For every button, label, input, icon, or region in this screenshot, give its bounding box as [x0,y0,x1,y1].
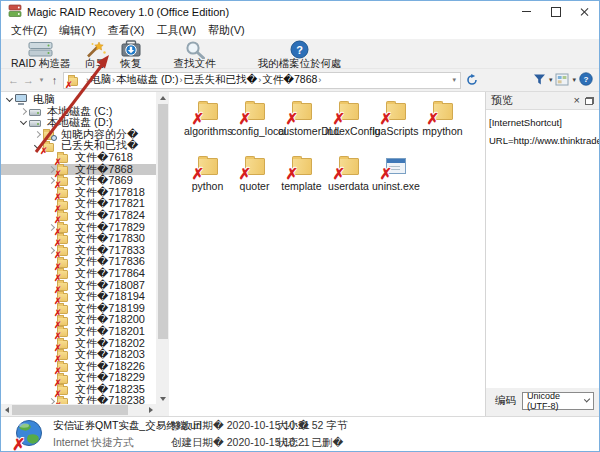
back-button[interactable]: ← [7,75,20,86]
file-item[interactable]: ✗quoter [231,154,278,209]
file-item[interactable]: ✗uninst.exe [372,154,419,209]
folder-x-icon: ✗ [57,233,70,244]
back-arrow-icon: ← [8,74,19,86]
refresh-button[interactable] [463,74,480,86]
view-mode-button[interactable] [555,73,569,88]
red-x-icon: ✗ [286,112,299,125]
tree-item[interactable]: ✗文件�717864 [1,268,156,280]
breadcrumb-item[interactable]: 文件�7868 [262,73,317,87]
tree-item[interactable]: 电脑 [1,94,156,106]
recover-button[interactable]: 恢复 [114,39,149,68]
wizard-wand-icon [85,40,107,58]
menu-item[interactable]: 编辑(Y) [53,23,102,38]
file-item[interactable]: ✗luaScripts [372,99,419,154]
filter-button[interactable] [533,73,546,88]
close-button[interactable] [570,1,599,22]
file-item[interactable]: ✗customerDLL [278,99,325,154]
title-bar: Magic RAID Recovery 1.0 (Office Edition) [1,1,599,22]
folder-x-icon: ✗ [57,349,70,360]
maximize-icon [551,7,561,17]
file-item[interactable]: ✗mpython [419,99,466,154]
tree-item-label: 文件�7869 [72,175,136,187]
vertical-scroll-thumb[interactable] [158,104,168,339]
forward-button[interactable]: → [22,75,35,86]
file-item[interactable]: ✗config_local [231,99,278,154]
tree-item[interactable]: ✗文件�7869 [1,175,156,187]
tree-item-label: 文件�718201 [72,326,148,338]
minimize-button[interactable] [512,1,541,22]
preview-text-line: [InternetShortcut] [489,114,596,132]
breadcrumb-separator-icon: › [317,75,322,85]
preview-close-button[interactable]: × [574,95,580,106]
deleted-exe-icon: ✗ [383,154,409,176]
red-x-icon: ✗ [333,112,346,125]
filter-dropdown-button[interactable]: ▾ [549,76,553,84]
filter-funnel-icon [533,73,546,86]
status-modified: 修改日期�2020-10-15 10:21 [171,419,277,433]
file-item[interactable]: ✗algorithms [184,99,231,154]
chevron-right-icon[interactable] [18,109,29,114]
maximize-button[interactable] [541,1,570,22]
scroll-left-button[interactable] [1,404,12,416]
tree-vertical-scrollbar[interactable] [156,92,169,404]
find-files-button[interactable]: 查找文件 [167,39,223,68]
encoding-select[interactable]: Unicode (UTF-8) [522,392,594,410]
up-button[interactable]: ↑ [48,75,61,86]
wizard-button[interactable]: 向导 [78,39,114,68]
file-item[interactable]: ✗python [184,154,231,209]
file-item[interactable]: ✗indexConfig [325,99,372,154]
file-item[interactable]: ✗template [278,154,325,209]
tree-item[interactable]: ✗文件�7618 [1,152,156,164]
breadcrumb-item[interactable]: 电脑 [90,73,111,87]
tree-item[interactable]: ✗文件�718203 [1,349,156,361]
tree-item[interactable]: ✗文件�718201 [1,326,156,338]
window-controls [512,1,599,22]
tree-item-label: 文件�717864 [72,268,148,280]
triangle-up-icon [160,96,166,100]
file-item[interactable]: ✗userdata [325,154,372,209]
raid-builder-button[interactable]: RAID 构造器 [4,39,78,68]
chevron-right-icon[interactable] [32,132,43,137]
history-dropdown-button[interactable]: ▾ [37,76,46,84]
minimize-icon [522,11,531,12]
scroll-up-button[interactable] [156,92,169,103]
menu-item[interactable]: 帮助(V) [202,23,251,38]
scroll-down-button[interactable] [156,393,169,404]
folder-x-icon: ✗ [57,199,70,210]
window-title: Magic RAID Recovery 1.0 (Office Edition) [27,6,229,18]
breadcrumb-item[interactable]: 本地磁盘 (D:) [116,73,178,87]
chevron-down-icon[interactable] [18,121,29,124]
tree-horizontal-scrollbar[interactable] [1,404,156,416]
folder-x-icon: ✗ [57,373,70,384]
address-dropdown-button[interactable]: ▾ [452,76,456,84]
scrollbar-corner [156,404,169,416]
deleted-folder-icon: ✗ [383,99,409,121]
tree-item[interactable]: ✗文件�718194 [1,291,156,303]
menu-item[interactable]: 工具(W) [150,23,202,38]
view-mode-dropdown-button[interactable]: ▾ [572,76,576,84]
tree-item[interactable]: ✗文件�717824 [1,210,156,222]
red-x-icon: ✗ [333,167,346,180]
status-size-state: 大小�52 字节 状态：已删� [277,419,347,450]
menu-item[interactable]: 文件(Z) [5,23,53,38]
help-question-icon: ? [290,40,309,58]
folder-x-icon: ✗ [57,210,70,221]
main-area: 电脑本地磁盘 (C:)本地磁盘 (D:)知晓内容的分�✗已丢失和已找�✗文件�7… [1,92,599,416]
breadcrumb-item[interactable]: 已丢失和已找� [183,73,257,87]
chevron-down-icon[interactable] [4,98,15,101]
forward-arrow-icon: → [23,74,34,86]
address-bar[interactable]: ✗ ›电脑›本地磁盘 (D:)›已丢失和已找�›文件�7868› ▾ [63,72,461,89]
menu-item[interactable]: 查看(X) [102,23,151,38]
folder-x-icon: ✗ [43,141,56,152]
horizontal-scroll-thumb[interactable] [12,405,128,415]
scroll-right-button[interactable] [145,404,156,416]
tree-item[interactable]: ✗文件�718238 [1,395,156,404]
drive-shape [29,120,41,127]
where-are-my-files-button[interactable]: ?我的檔案位於何處 [251,39,349,68]
toolbar-button-label: 向导 [85,58,106,68]
folder-x-icon: ✗ [57,175,70,186]
red-x-icon: ✗ [12,438,25,451]
help-button[interactable]: ? [579,72,593,88]
tree-item[interactable]: ✗文件�717830 [1,233,156,245]
undock-panel-icon[interactable] [585,97,594,105]
